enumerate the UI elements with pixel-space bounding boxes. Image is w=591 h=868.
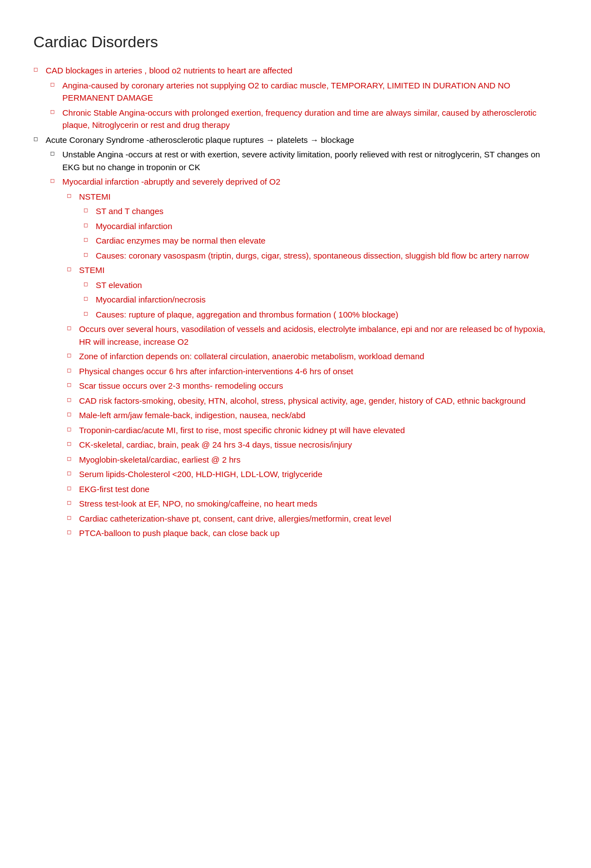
list-item: ◻Physical changes occur 6 hrs after infa…: [33, 365, 558, 378]
bullet-icon: ◻: [67, 440, 79, 447]
item-text: Zone of infarction depends on: collatera…: [79, 350, 558, 363]
list-item: ◻NSTEMI: [33, 191, 558, 204]
item-text: Occurs over several hours, vasodilation …: [79, 323, 558, 348]
item-text: Scar tissue occurs over 2-3 months- remo…: [79, 380, 558, 393]
item-text: Myocardial infarction: [96, 220, 558, 233]
list-item: ◻Causes: rupture of plaque, aggregation …: [33, 309, 558, 321]
list-item: ◻CAD risk factors-smoking, obesity, HTN,…: [33, 395, 558, 408]
item-text: Angina-caused by coronary arteries not s…: [62, 80, 558, 105]
list-item: ◻Serum lipids-Cholesterol <200, HLD-HIGH…: [33, 468, 558, 481]
item-text: Causes: coronary vasospasm (triptin, dur…: [96, 250, 558, 262]
list-item: ◻CK-skeletal, cardiac, brain, peak @ 24 …: [33, 439, 558, 452]
item-text: PTCA-balloon to push plaque back, can cl…: [79, 527, 558, 540]
bullet-icon: ◻: [50, 108, 62, 115]
item-text: EKG-first test done: [79, 483, 558, 496]
bullet-icon: ◻: [67, 485, 79, 491]
list-item: ◻Myocardial infarction: [33, 220, 558, 233]
item-text: Stress test-look at EF, NPO, no smoking/…: [79, 498, 558, 510]
bullet-icon: ◻: [83, 281, 96, 287]
item-text: ST elevation: [96, 279, 558, 292]
list-item: ◻STEMI: [33, 264, 558, 277]
content: ◻CAD blockages in arteries , blood o2 nu…: [33, 65, 558, 540]
item-text: Myoglobin-skeletal/cardiac, earliest @ 2…: [79, 454, 558, 467]
item-text: Physical changes occur 6 hrs after infar…: [79, 365, 558, 378]
item-text: Unstable Angina -occurs at rest or with …: [62, 148, 558, 173]
bullet-icon: ◻: [67, 411, 79, 417]
bullet-icon: ◻: [33, 136, 46, 142]
list-item: ◻Angina-caused by coronary arteries not …: [33, 80, 558, 105]
list-item: ◻Zone of infarction depends on: collater…: [33, 350, 558, 363]
item-text: Causes: rupture of plaque, aggregation a…: [96, 309, 558, 321]
list-item: ◻Myocardial infarction -abruptly and sev…: [33, 176, 558, 189]
bullet-icon: ◻: [33, 66, 46, 72]
bullet-icon: ◻: [83, 310, 96, 316]
bullet-icon: ◻: [67, 192, 79, 199]
list-item: ◻Cardiac catheterization-shave pt, conse…: [33, 513, 558, 525]
list-item: ◻Troponin-cardiac/acute MI, first to ris…: [33, 424, 558, 437]
bullet-icon: ◻: [67, 325, 79, 331]
bullet-icon: ◻: [83, 222, 96, 228]
bullet-icon: ◻: [67, 529, 79, 535]
item-text: Myocardial infarction/necrosis: [96, 294, 558, 306]
bullet-icon: ◻: [67, 514, 79, 520]
item-text: STEMI: [79, 264, 558, 277]
bullet-icon: ◻: [67, 367, 79, 373]
list-item: ◻Occurs over several hours, vasodilation…: [33, 323, 558, 348]
bullet-icon: ◻: [50, 150, 62, 156]
list-item: ◻Causes: coronary vasospasm (triptin, du…: [33, 250, 558, 262]
bullet-icon: ◻: [67, 455, 79, 462]
list-item: ◻PTCA-balloon to push plaque back, can c…: [33, 527, 558, 540]
item-text: Troponin-cardiac/acute MI, first to rise…: [79, 424, 558, 437]
page-title: Cardiac Disorders: [33, 33, 558, 51]
item-text: Chronic Stable Angina-occurs with prolon…: [62, 107, 558, 132]
bullet-icon: ◻: [67, 470, 79, 476]
item-text: Cardiac catheterization-shave pt, consen…: [79, 513, 558, 525]
list-item: ◻Stress test-look at EF, NPO, no smoking…: [33, 498, 558, 510]
list-item: ◻Male-left arm/jaw female-back, indigest…: [33, 409, 558, 422]
item-text: Serum lipids-Cholesterol <200, HLD-HIGH,…: [79, 468, 558, 481]
list-item: ◻Myoglobin-skeletal/cardiac, earliest @ …: [33, 454, 558, 467]
item-text: NSTEMI: [79, 191, 558, 204]
list-item: ◻Scar tissue occurs over 2-3 months- rem…: [33, 380, 558, 393]
item-text: CK-skeletal, cardiac, brain, peak @ 24 h…: [79, 439, 558, 452]
bullet-icon: ◻: [50, 177, 62, 183]
bullet-icon: ◻: [67, 381, 79, 388]
item-text: Cardiac enzymes may be normal then eleva…: [96, 235, 558, 247]
list-item: ◻CAD blockages in arteries , blood o2 nu…: [33, 65, 558, 77]
list-item: ◻Cardiac enzymes may be normal then elev…: [33, 235, 558, 247]
list-item: ◻ST elevation: [33, 279, 558, 292]
item-text: Male-left arm/jaw female-back, indigesti…: [79, 409, 558, 422]
bullet-icon: ◻: [67, 426, 79, 432]
item-text: CAD blockages in arteries , blood o2 nut…: [46, 65, 558, 77]
list-item: ◻Acute Coronary Syndrome -atheroscleroti…: [33, 134, 558, 147]
item-text: ST and T changes: [96, 205, 558, 218]
list-item: ◻ST and T changes: [33, 205, 558, 218]
list-item: ◻EKG-first test done: [33, 483, 558, 496]
bullet-icon: ◻: [83, 295, 96, 301]
bullet-icon: ◻: [83, 207, 96, 213]
list-item: ◻Unstable Angina -occurs at rest or with…: [33, 148, 558, 173]
bullet-icon: ◻: [67, 266, 79, 272]
bullet-icon: ◻: [67, 499, 79, 505]
list-item: ◻Chronic Stable Angina-occurs with prolo…: [33, 107, 558, 132]
bullet-icon: ◻: [67, 352, 79, 358]
item-text: Acute Coronary Syndrome -atherosclerotic…: [46, 134, 558, 147]
item-text: Myocardial infarction -abruptly and seve…: [62, 176, 558, 189]
item-text: CAD risk factors-smoking, obesity, HTN, …: [79, 395, 558, 408]
bullet-icon: ◻: [50, 81, 62, 87]
bullet-icon: ◻: [83, 236, 96, 242]
bullet-icon: ◻: [83, 251, 96, 257]
bullet-icon: ◻: [67, 396, 79, 403]
list-item: ◻Myocardial infarction/necrosis: [33, 294, 558, 306]
